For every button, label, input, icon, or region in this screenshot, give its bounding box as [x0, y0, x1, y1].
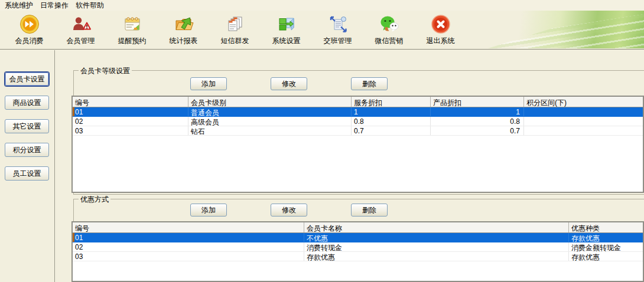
member-card-level-group-title: 会员卡等级设置 [79, 66, 132, 76]
discount-add-button[interactable]: 添加 [190, 204, 227, 217]
toolbar-item-label: 微信营销 [375, 36, 404, 46]
table-cell: 02 [73, 242, 304, 251]
table-cell: 03 [73, 252, 304, 261]
table-cell: 01 [73, 233, 304, 242]
toolbar-item-remind-appointment[interactable]: 提醒预约 [106, 11, 158, 48]
toolbar-item-label: 提醒预约 [118, 36, 147, 46]
table-cell: 不优惠 [304, 233, 569, 242]
column-header[interactable]: 会员卡名称 [304, 222, 569, 232]
discount-delete-button[interactable]: 删除 [351, 204, 388, 217]
table-row[interactable]: 03钻石0.70.7 [73, 126, 643, 136]
toolbar-item-exit-system[interactable]: 退出系统 [415, 11, 466, 48]
table-cell: 消费金额转现金 [569, 242, 643, 251]
table-cell [524, 126, 643, 135]
table-cell: 高级会员 [188, 117, 352, 126]
menu-bar: 系统维护日常操作软件帮助 [0, 0, 644, 11]
toolbar-item-label: 系统设置 [272, 36, 301, 46]
person-warning-icon [71, 14, 91, 34]
menu-item-system-maintenance[interactable]: 系统维护 [1, 0, 37, 11]
document-swap-arrows-icon [328, 14, 348, 34]
table-cell: 0.7 [431, 126, 524, 135]
toolbar-item-label: 交班管理 [324, 36, 352, 46]
table-cell: 钻石 [188, 126, 352, 135]
table-cell: 01 [73, 107, 188, 116]
toolbar-item-label: 短信群发 [221, 36, 249, 46]
column-header[interactable]: 产品折扣 [431, 97, 524, 107]
table-cell: 0.8 [431, 117, 524, 126]
table-cell: 存款优惠 [569, 252, 643, 261]
table-cell: 1 [352, 107, 431, 116]
folder-green-arrow-icon [174, 14, 194, 34]
table-cell: 普通会员 [188, 107, 352, 116]
table-row[interactable]: 01不优惠存款优惠 [73, 233, 643, 242]
toolbar-item-label: 退出系统 [427, 36, 455, 46]
green-cubes-arrow-icon [277, 14, 297, 34]
toolbar-item-system-settings[interactable]: 系统设置 [261, 11, 312, 48]
fast-forward-gold-circle-icon [19, 14, 40, 34]
table-cell [524, 107, 643, 116]
toolbar-item-member-manage[interactable]: 会员管理 [55, 11, 106, 48]
toolbar-item-label: 会员管理 [67, 36, 95, 46]
discount-modify-button[interactable]: 修改 [271, 204, 307, 217]
table-row[interactable]: 02高级会员0.80.8 [73, 117, 643, 126]
toolbar-item-member-consume[interactable]: 会员消费 [4, 11, 55, 48]
table-cell: 存款优惠 [304, 252, 569, 261]
toolbar-item-shift-manage[interactable]: 交班管理 [312, 11, 363, 48]
toolbar-item-sms-broadcast[interactable]: 短信群发 [209, 11, 261, 48]
sidebar-divider [54, 50, 55, 282]
table-cell: 0.8 [352, 117, 431, 126]
table-row[interactable]: 02消费转现金消费金额转现金 [73, 242, 643, 252]
level-add-button[interactable]: 添加 [190, 77, 227, 90]
message-stack-icon [225, 14, 245, 34]
sidebar-item-other-settings[interactable]: 其它设置 [5, 119, 49, 133]
toolbar: 会员消费会员管理提醒预约统计报表短信群发系统设置交班管理微信营销退出系统 [0, 11, 644, 50]
column-header[interactable]: 服务折扣 [352, 97, 431, 107]
table-cell [524, 117, 643, 126]
sidebar-item-member-card-settings[interactable]: 会员卡设置 [5, 72, 49, 86]
toolbar-item-label: 统计报表 [170, 36, 198, 46]
discount-method-table: 编号会员卡名称优惠种类01不优惠存款优惠02消费转现金消费金额转现金03存款优惠… [71, 221, 644, 282]
table-header-row: 编号会员卡级别服务折扣产品折扣积分区间(下) [73, 97, 643, 107]
discount-method-group-title: 优惠方式 [79, 195, 110, 205]
level-modify-button[interactable]: 修改 [271, 77, 307, 90]
table-cell: 存款优惠 [569, 233, 643, 242]
column-header[interactable]: 编号 [73, 97, 188, 107]
toolbar-item-wechat-marketing[interactable]: 微信营销 [363, 11, 415, 48]
table-row[interactable]: 01普通会员11 [73, 107, 643, 117]
wechat-bubbles-icon [379, 14, 399, 34]
sidebar-item-points-settings[interactable]: 积分设置 [5, 143, 49, 157]
toolbar-item-stats-report[interactable]: 统计报表 [158, 11, 209, 48]
sidebar-item-staff-settings[interactable]: 员工设置 [5, 166, 49, 181]
table-header-row: 编号会员卡名称优惠种类 [73, 222, 643, 233]
column-header[interactable]: 积分区间(下) [524, 97, 643, 107]
table-cell: 03 [73, 126, 188, 135]
toolbar-item-label: 会员消费 [15, 36, 44, 46]
notepad-reminder-icon [122, 14, 142, 34]
sidebar-item-product-settings[interactable]: 商品设置 [5, 96, 49, 110]
table-cell: 1 [431, 107, 524, 116]
menu-item-software-help[interactable]: 软件帮助 [72, 0, 108, 11]
table-cell: 02 [73, 117, 188, 126]
column-header[interactable]: 会员卡级别 [188, 97, 352, 107]
table-row[interactable]: 03存款优惠存款优惠 [73, 252, 643, 261]
red-close-circle-icon [431, 14, 451, 34]
table-cell: 消费转现金 [304, 242, 569, 251]
column-header[interactable]: 编号 [73, 222, 304, 232]
table-cell: 0.7 [352, 126, 431, 135]
level-delete-button[interactable]: 删除 [351, 77, 388, 90]
member-card-level-table: 编号会员卡级别服务折扣产品折扣积分区间(下)01普通会员1102高级会员0.80… [71, 96, 644, 193]
column-header[interactable]: 优惠种类 [569, 222, 643, 232]
menu-item-daily-operation[interactable]: 日常操作 [37, 0, 72, 11]
